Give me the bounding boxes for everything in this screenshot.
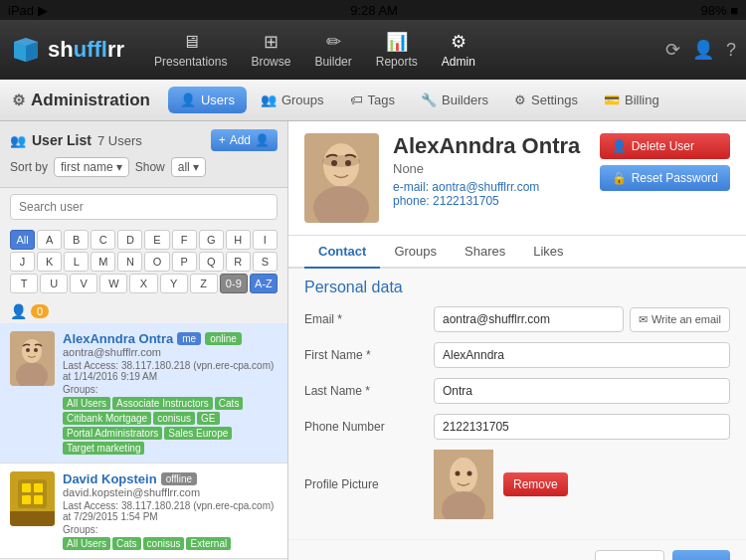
profile-actions: 👤 Delete User 🔒 Reset Password xyxy=(600,133,730,191)
alpha-r[interactable]: R xyxy=(226,252,251,272)
tag-conisus: conisus xyxy=(153,412,195,425)
logo: shufflrr xyxy=(10,34,124,66)
alpha-a-z[interactable]: A-Z xyxy=(250,274,278,293)
ios-carrier: iPad ▶ xyxy=(8,3,48,18)
search-box[interactable] xyxy=(10,194,278,220)
phone-input[interactable] xyxy=(434,414,730,440)
tag-david-cats: Cats xyxy=(112,537,141,550)
user-name-alex: AlexAnndra Ontra xyxy=(63,331,173,346)
nav-presentations[interactable]: 🖥 Presentations xyxy=(144,28,237,73)
lastname-label: Last Name * xyxy=(304,384,434,398)
alpha-j[interactable]: J xyxy=(10,252,35,272)
alpha-g[interactable]: G xyxy=(199,230,224,250)
alpha-m[interactable]: M xyxy=(91,252,115,272)
tab-likes[interactable]: Likes xyxy=(519,236,577,269)
alpha-k[interactable]: K xyxy=(37,252,62,272)
tab-builders[interactable]: 🔧 Builders xyxy=(409,87,500,113)
user-icon[interactable]: 👤 xyxy=(692,39,714,61)
filter-icon: 👤 xyxy=(10,303,27,319)
reports-icon: 📊 xyxy=(386,31,408,53)
alpha-n[interactable]: N xyxy=(117,252,142,272)
alpha-y[interactable]: Y xyxy=(160,274,188,293)
remove-picture-button[interactable]: Remove xyxy=(503,472,568,496)
write-email-button[interactable]: ✉ Write an email xyxy=(630,307,730,332)
alpha-t[interactable]: T xyxy=(10,274,38,293)
ios-time: 9:28 AM xyxy=(350,3,398,18)
alpha-w[interactable]: W xyxy=(99,274,127,293)
billing-tab-icon: 💳 xyxy=(604,93,620,107)
form-row-email: Email * ✉ Write an email xyxy=(304,306,730,332)
profile-tabs: Contact Groups Shares Likes xyxy=(288,236,746,269)
alpha-e[interactable]: E xyxy=(144,230,169,250)
profile-header: AlexAnndra Ontra None e-mail: aontra@shu… xyxy=(288,121,746,236)
user-info-david: David Kopstein offline david.kopstein@sh… xyxy=(63,471,278,550)
shuffle-icon[interactable]: ⟳ xyxy=(665,39,680,61)
nav-builder[interactable]: ✏ Builder xyxy=(304,27,361,73)
filter-badge: 0 xyxy=(31,304,49,318)
alpha-u[interactable]: U xyxy=(40,274,68,293)
tab-users[interactable]: 👤 Users xyxy=(168,87,247,113)
alpha-f[interactable]: F xyxy=(172,230,197,250)
sort-row: Sort by first name ▾ Show all ▾ xyxy=(10,157,278,177)
delete-user-button[interactable]: 👤 Delete User xyxy=(600,133,730,159)
email-input[interactable] xyxy=(434,306,624,332)
alpha-a[interactable]: A xyxy=(37,230,62,250)
cancel-button[interactable]: Cancel xyxy=(595,550,664,560)
alpha-x[interactable]: X xyxy=(129,274,157,293)
user-item-alex[interactable]: AlexAnndra Ontra me online aontra@shuffl… xyxy=(0,323,287,464)
alpha-row-1: All A B C D E F G H I xyxy=(10,230,278,250)
alpha-c[interactable]: C xyxy=(91,230,115,250)
alpha-v[interactable]: V xyxy=(70,274,97,293)
alpha-h[interactable]: H xyxy=(226,230,251,250)
alpha-0-9[interactable]: 0-9 xyxy=(220,274,248,293)
alpha-d[interactable]: D xyxy=(117,230,142,250)
alpha-i[interactable]: I xyxy=(253,230,278,250)
alpha-l[interactable]: L xyxy=(64,252,89,272)
nav-admin[interactable]: ⚙ Admin xyxy=(432,27,485,73)
right-panel: AlexAnndra Ontra None e-mail: aontra@shu… xyxy=(288,121,746,560)
search-input[interactable] xyxy=(10,194,278,220)
phone-value: 2122131705 xyxy=(433,194,499,208)
tab-tags[interactable]: 🏷 Tags xyxy=(338,87,407,113)
tab-billing[interactable]: 💳 Billing xyxy=(592,87,671,113)
alpha-o[interactable]: O xyxy=(144,252,169,272)
tab-shares[interactable]: Shares xyxy=(451,236,519,269)
firstname-input[interactable] xyxy=(434,342,730,368)
admin-title: ⚙ Administration xyxy=(12,91,150,110)
user-item-david[interactable]: David Kopstein offline david.kopstein@sh… xyxy=(0,464,287,559)
tab-settings[interactable]: ⚙ Settings xyxy=(502,87,590,113)
email-input-group: ✉ Write an email xyxy=(434,306,730,332)
badge-me: me xyxy=(177,332,201,345)
tag-portal-admin: Portal Administrators xyxy=(63,427,162,440)
user-access-david: Last Access: 38.117.180.218 (vpn.ere-cpa… xyxy=(63,500,278,522)
lastname-input[interactable] xyxy=(434,378,730,404)
svg-point-21 xyxy=(322,155,360,167)
user-count: 7 Users xyxy=(97,133,142,148)
svg-rect-15 xyxy=(10,511,55,526)
top-nav: 🖥 Presentations ⊞ Browse ✏ Builder 📊 Rep… xyxy=(144,27,665,73)
alpha-s[interactable]: S xyxy=(253,252,278,272)
tag-assoc-instr: Associate Instructors xyxy=(112,397,213,410)
nav-reports[interactable]: 📊 Reports xyxy=(366,27,428,73)
alpha-q[interactable]: Q xyxy=(199,252,224,272)
tag-ge: GE xyxy=(197,412,219,425)
avatar-david xyxy=(10,471,55,526)
contact-section: Personal data Email * ✉ Write an email F… xyxy=(288,269,746,539)
reset-password-button[interactable]: 🔒 Reset Password xyxy=(600,165,730,191)
tab-contact[interactable]: Contact xyxy=(304,236,380,269)
tab-groups[interactable]: Groups xyxy=(380,236,451,269)
nav-browse[interactable]: ⊞ Browse xyxy=(241,27,300,73)
sort-dropdown[interactable]: first name ▾ xyxy=(54,157,129,177)
alpha-z[interactable]: Z xyxy=(190,274,218,293)
add-chevron: 👤 xyxy=(255,133,270,147)
show-dropdown[interactable]: all ▾ xyxy=(171,157,206,177)
profile-photo-image xyxy=(304,133,379,223)
admin-icon: ⚙ xyxy=(451,31,466,53)
alpha-b[interactable]: B xyxy=(64,230,89,250)
alpha-all[interactable]: All xyxy=(10,230,35,250)
alpha-p[interactable]: P xyxy=(172,252,197,272)
add-user-button[interactable]: + Add 👤 xyxy=(211,129,278,151)
help-icon[interactable]: ? xyxy=(726,40,736,61)
save-button[interactable]: Save xyxy=(672,550,730,560)
tab-groups[interactable]: 👥 Groups xyxy=(249,87,336,113)
